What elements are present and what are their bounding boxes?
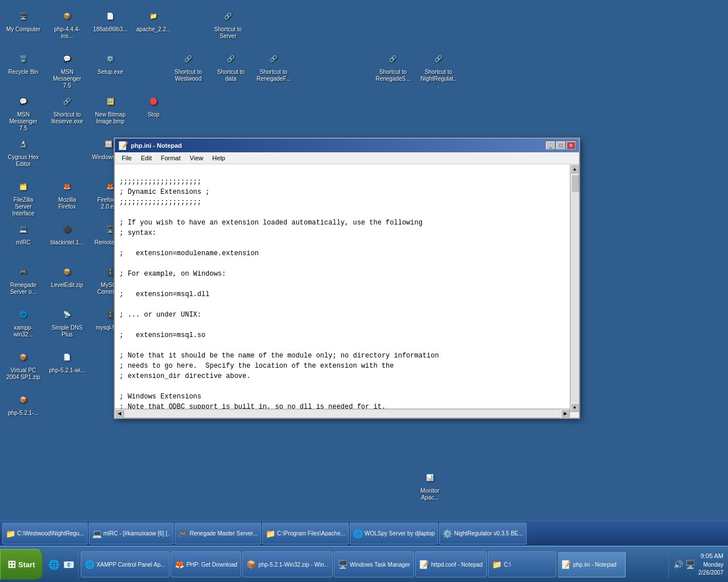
cygnus-hex-icon[interactable]: 🔬 Cygnus Hex Editor (3, 132, 44, 170)
shortcut-nightregul-icon[interactable]: 🔗 Shortcut to NightRegulat... (418, 47, 459, 92)
task-c-drive[interactable]: 📁 C:\ (488, 551, 556, 577)
taskbar: ⊞ Start 🌐 📧 🌐 XAMPP Control Panel Ap... … (0, 546, 728, 582)
taskbar-right: 🔊 🖥️ 9:05 AM Monday2/26/2007 (668, 550, 729, 579)
task-phpini-notepad[interactable]: 📝 php.ini - Notepad (557, 551, 626, 577)
notepad-icon: 📝 (118, 141, 128, 150)
apache-icon[interactable]: 📁 apache_2.2... (133, 5, 174, 35)
shortcut-renegadef-icon[interactable]: 🔗 Shortcut to RenegadeF... (253, 47, 294, 85)
filezilla-icon[interactable]: 🗂️ FileZilla Server Interface (3, 175, 44, 219)
clock-date: Monday2/26/2007 (698, 561, 724, 577)
task-mirc[interactable]: 💻 mIRC - [#kamuixaow [6] [.. (89, 523, 174, 544)
menu-help[interactable]: Help (208, 153, 230, 163)
simple-dns-icon[interactable]: 📡 Simple DNS Plus (47, 303, 88, 340)
my-computer-icon[interactable]: 🖥️ My Computer (3, 5, 44, 35)
task-xampp-icon: 🌐 (85, 560, 94, 569)
close-button[interactable]: ✕ (566, 142, 576, 149)
menu-file[interactable]: File (117, 153, 136, 163)
task-xampp[interactable]: 🌐 XAMPP Control Panel Ap... (81, 551, 169, 577)
shortcut-data-icon[interactable]: 🔗 Shortcut to data (210, 47, 251, 85)
mirc-icon[interactable]: 💻 mIRC (3, 218, 44, 248)
monitor-apac-icon[interactable]: 📊 Monitor Apac... (410, 466, 450, 504)
window-menubar: File Edit Format View Help (115, 152, 579, 164)
task-php521-win[interactable]: 📦 php-5.2.1-Win32.zip - Win... (242, 551, 333, 577)
clock-time: 9:05 AM (698, 552, 724, 560)
start-button[interactable]: ⊞ Start (0, 549, 43, 580)
virtual-pc-icon[interactable]: 📦 Virtual PC 2004 SP1.zip (3, 346, 44, 383)
scroll-track-h (125, 410, 560, 417)
task-wolspy-icon: 🌐 (353, 529, 363, 538)
shortcut-renegades-icon[interactable]: 🔗 Shortcut to RenegadeS... (373, 47, 413, 85)
text-content[interactable]: ;;;;;;;;;;;;;;;;;;;; ; Dynamic Extension… (115, 164, 570, 412)
task-renegade-server[interactable]: 🎮 Renegade Master Server... (175, 523, 261, 544)
task-westwood[interactable]: 📁 C:\Westwood\NightRegu... (2, 523, 88, 544)
task-nightregulator[interactable]: ⚙️ NightRegulator v0.3.5 BE... (439, 523, 526, 544)
php521-icon[interactable]: 📦 php-5.2.1-... (3, 388, 44, 419)
leveledit-icon[interactable]: 📦 LevelEdit.zip (47, 260, 88, 291)
window-content: ;;;;;;;;;;;;;;;;;;;; ; Dynamic Extension… (115, 164, 579, 412)
clock: 9:05 AM Monday2/26/2007 (698, 552, 724, 576)
new-bitmap-icon[interactable]: 🖼️ New Bitmap Image.bmp (90, 90, 131, 127)
tray-icons: 🔊 🖥️ (673, 560, 695, 569)
window-title-text: php.ini - Notepad (131, 142, 182, 149)
window-titlebar: 📝 php.ini - Notepad _ □ ✕ (115, 139, 579, 152)
window-controls: _ □ ✕ (546, 142, 576, 149)
renegade-icon[interactable]: 🎮 Renegade Server o... (3, 260, 44, 298)
start-label: Start (18, 560, 35, 569)
minimize-button[interactable]: _ (546, 142, 555, 149)
stop-icon[interactable]: 🛑 Stop (133, 90, 174, 120)
task-apache-icon: 📁 (266, 529, 275, 538)
menu-format[interactable]: Format (156, 153, 185, 163)
quick-browser-icon[interactable]: 🌐 (47, 558, 61, 571)
msn2-icon[interactable]: 💬 MSN Messenger 7.5 (3, 90, 44, 134)
php521-wi-icon[interactable]: 📄 php-5.2.1-wi... (47, 346, 88, 376)
scrollbar-vertical[interactable]: ▲ ▼ (570, 164, 579, 412)
mozilla-firefox-icon[interactable]: 🦊 Mozilla Firefox (47, 175, 88, 213)
task-php521-icon: 📦 (246, 560, 256, 569)
scrollbar-horizontal[interactable]: ◀ ▶ (115, 409, 570, 418)
maximize-button[interactable]: □ (556, 142, 565, 149)
php-install-icon[interactable]: 📦 php-4.4.4-ins... (47, 5, 88, 42)
taskbar-row1: 📁 C:\Westwood\NightRegu... 💻 mIRC - [#ka… (0, 521, 728, 546)
notepad-window: 📝 php.ini - Notepad _ □ ✕ File Edit Form… (114, 138, 580, 419)
task-task-manager[interactable]: 🖥️ Windows Task Manager (334, 551, 414, 577)
quick-launch-bar: 🌐 📧 (45, 550, 78, 579)
my-computer-label: My Computer (6, 26, 40, 33)
tray-volume-icon[interactable]: 🖥️ (685, 560, 695, 569)
windows-logo-icon: ⊞ (7, 558, 16, 571)
task-httpd-icon: 📝 (419, 560, 429, 569)
xampp-icon[interactable]: 🌐 xampp-win32... (3, 303, 44, 340)
desktop: 🖥️ My Computer 📦 php-4.4.4-ins... 📄 188a… (0, 0, 728, 546)
task-httpd-conf[interactable]: 📝 httpd.conf - Notepad (415, 551, 487, 577)
menu-edit[interactable]: Edit (136, 153, 156, 163)
task-manager-icon: 🖥️ (338, 560, 348, 569)
tray-network-icon[interactable]: 🔊 (673, 560, 683, 569)
task-php-icon: 🦊 (175, 560, 184, 569)
setup-exe-icon[interactable]: ⚙️ Setup.exe (90, 47, 131, 78)
task-nightregulator-icon: ⚙️ (442, 529, 452, 538)
my-computer-img: 🖥️ (14, 7, 32, 25)
task-php-download[interactable]: 🦊 PHP: Get Download (171, 551, 242, 577)
task-phpini-icon: 📝 (561, 560, 571, 569)
shortcut-liteserve-icon[interactable]: 🔗 Shortcut to liteserve.exe (47, 90, 88, 127)
task-renegade-icon: 🎮 (178, 529, 188, 538)
task-westwood-icon: 📁 (6, 529, 15, 538)
scroll-right-arrow[interactable]: ▶ (561, 409, 570, 418)
notepad-text: ;;;;;;;;;;;;;;;;;;;; ; Dynamic Extension… (119, 178, 439, 412)
recycle-bin-icon[interactable]: 🗑️ Recycle Bin (3, 47, 44, 78)
task-drive-icon: 📁 (492, 560, 502, 569)
blackintel-icon[interactable]: ⚫ blackintel.1... (47, 218, 88, 248)
scroll-up-arrow[interactable]: ▲ (570, 164, 580, 173)
shortcut-westwood-icon[interactable]: 🔗 Shortcut to Westwood (168, 47, 209, 85)
msn-icon[interactable]: 💬 MSN Messenger 7.5 (47, 47, 88, 92)
menu-view[interactable]: View (185, 153, 208, 163)
shortcut-server-icon[interactable]: 🔗 Shortcut to Server (208, 5, 249, 42)
scroll-thumb-v[interactable] (571, 174, 579, 192)
task-wolspy[interactable]: 🌐 WOLSpy Server by djlaptop (350, 523, 438, 544)
quick-email-icon[interactable]: 📧 (62, 558, 76, 571)
task-apache-files[interactable]: 📁 C:\Program Files\Apache... (262, 523, 349, 544)
188ab-icon[interactable]: 📄 188ab86lb3... (90, 5, 131, 35)
task-mirc-icon: 💻 (92, 529, 102, 538)
window-title: 📝 php.ini - Notepad (118, 141, 182, 150)
scroll-down-arrow[interactable]: ▼ (570, 403, 580, 412)
scroll-left-arrow[interactable]: ◀ (115, 409, 124, 418)
